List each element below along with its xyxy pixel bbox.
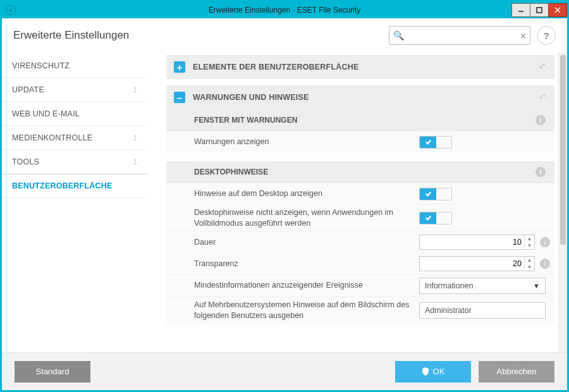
row-show-desktop-hints: Hinweise auf dem Desktop anzeigen (166, 183, 554, 204)
spinner-down-icon[interactable]: ▼ (525, 264, 534, 271)
expand-icon: + (174, 61, 185, 73)
setting-label: Auf Mehrbenutzersystemen Hinweise auf de… (194, 300, 419, 321)
ok-button[interactable]: OK (395, 361, 471, 383)
spinner-up-icon[interactable]: ▲ (525, 235, 534, 242)
app-icon: e (6, 5, 16, 15)
spinner-down-icon[interactable]: ▼ (525, 242, 534, 249)
sidebar-item-count: 1 (133, 157, 137, 166)
sidebar: VIRENSCHUTZ UPDATE1 WEB UND E-MAIL MEDIE… (2, 52, 147, 352)
sidebar-item-update[interactable]: UPDATE1 (2, 78, 147, 102)
sidebar-item-label: MEDIENKONTROLLE (12, 133, 92, 142)
section-ui-elements-header[interactable]: + ELEMENTE DER BENUTZEROBERFLÄCHE ↶ (166, 55, 554, 79)
multiuser-input[interactable]: Administrator (419, 302, 546, 319)
textbox-value: Administrator (425, 306, 472, 315)
search-field[interactable]: 🔍 × (389, 26, 530, 45)
row-transparency: Transparenz ▲▼ i (166, 253, 554, 274)
sidebar-item-label: VIRENSCHUTZ (12, 61, 70, 70)
content-pane: + ELEMENTE DER BENUTZEROBERFLÄCHE ↶ – WA… (147, 52, 558, 352)
sidebar-item-web-email[interactable]: WEB UND E-MAIL (2, 102, 147, 126)
scrollbar[interactable] (558, 52, 567, 352)
sidebar-item-label: BENUTZEROBERFLÄCHE (12, 181, 112, 190)
sidebar-item-virenschutz[interactable]: VIRENSCHUTZ (2, 54, 147, 78)
min-events-select[interactable]: Informationen▼ (419, 278, 546, 294)
default-button[interactable]: Standard (15, 361, 90, 383)
undo-icon[interactable]: ↶ (539, 61, 547, 73)
chevron-down-icon: ▼ (533, 282, 540, 290)
row-min-events: Mindestinformationen anzuzeigender Ereig… (166, 274, 554, 297)
sidebar-item-count: 1 (133, 133, 137, 142)
window-title: Erweiterte Einstellungen - ESET File Sec… (209, 6, 361, 15)
scrollbar-thumb[interactable] (560, 55, 566, 245)
group-title: FENSTER MIT WARNUNGEN (194, 116, 297, 125)
row-hide-fullscreen: Desktophinweise nicht anzeigen, wenn Anw… (166, 204, 554, 231)
setting-label: Warnungen anzeigen (194, 137, 419, 147)
page-header: Erweiterte Einstellungen 🔍 × ? (2, 18, 567, 52)
transparency-value[interactable] (420, 259, 524, 268)
sidebar-item-label: WEB UND E-MAIL (12, 109, 80, 118)
footer: Standard OK Abbrechen (2, 352, 567, 390)
sidebar-item-label: TOOLS (12, 157, 39, 166)
duration-input[interactable]: ▲▼ (419, 235, 535, 250)
maximize-button[interactable] (530, 3, 549, 17)
undo-icon[interactable]: ↶ (539, 92, 547, 104)
sidebar-item-label: UPDATE (12, 85, 44, 94)
help-button[interactable]: ? (537, 26, 556, 45)
row-show-warnings: Warnungen anzeigen (166, 131, 554, 152)
ok-label: OK (433, 367, 445, 376)
titlebar: e Erweiterte Einstellungen - ESET File S… (2, 2, 567, 18)
search-input[interactable] (404, 31, 520, 40)
collapse-icon: – (174, 92, 185, 103)
row-multiuser: Auf Mehrbenutzersystemen Hinweise auf de… (166, 297, 554, 324)
svg-rect-1 (537, 8, 542, 13)
setting-label: Desktophinweise nicht anzeigen, wenn Anw… (194, 207, 419, 229)
info-icon[interactable]: i (535, 115, 546, 125)
select-value: Informationen (425, 281, 473, 290)
setting-label: Transparenz (194, 259, 419, 269)
page-title: Erweiterte Einstellungen (13, 29, 129, 42)
shield-icon (422, 367, 429, 376)
spinner-up-icon[interactable]: ▲ (525, 257, 534, 264)
toggle-show-desktop-hints[interactable] (419, 188, 452, 200)
settings-window: e Erweiterte Einstellungen - ESET File S… (2, 2, 567, 390)
sidebar-item-benutzeroberflaeche[interactable]: BENUTZEROBERFLÄCHE (2, 174, 147, 198)
section-alerts-header[interactable]: – WARNUNGEN UND HINWEISE ↶ (166, 85, 554, 109)
sidebar-item-medienkontrolle[interactable]: MEDIENKONTROLLE1 (2, 126, 147, 150)
sidebar-item-count: 1 (133, 85, 137, 94)
row-duration: Dauer ▲▼ i (166, 231, 554, 253)
info-icon[interactable]: i (535, 167, 546, 177)
duration-value[interactable] (420, 238, 524, 247)
search-icon: 🔍 (393, 30, 404, 40)
clear-search-icon[interactable]: × (520, 30, 526, 41)
setting-label: Dauer (194, 237, 419, 248)
toggle-hide-fullscreen[interactable] (419, 212, 452, 224)
section-title: WARNUNGEN UND HINWEISE (193, 93, 309, 102)
transparency-input[interactable]: ▲▼ (419, 256, 535, 271)
group-windows-warnings: FENSTER MIT WARNUNGEN i (166, 109, 554, 131)
sidebar-item-tools[interactable]: TOOLS1 (2, 150, 147, 174)
info-icon[interactable]: i (540, 259, 550, 269)
close-button[interactable] (548, 3, 567, 17)
group-title: DESKTOPHINWEISE (194, 168, 268, 176)
info-icon[interactable]: i (540, 237, 550, 247)
setting-label: Mindestinformationen anzuzeigender Ereig… (194, 280, 419, 291)
cancel-button[interactable]: Abbrechen (479, 361, 554, 383)
section-title: ELEMENTE DER BENUTZEROBERFLÄCHE (193, 63, 358, 71)
toggle-show-warnings[interactable] (419, 136, 452, 149)
group-desktop-hints: DESKTOPHINWEISE i (166, 161, 554, 183)
minimize-button[interactable] (511, 3, 530, 17)
setting-label: Hinweise auf dem Desktop anzeigen (194, 188, 419, 199)
